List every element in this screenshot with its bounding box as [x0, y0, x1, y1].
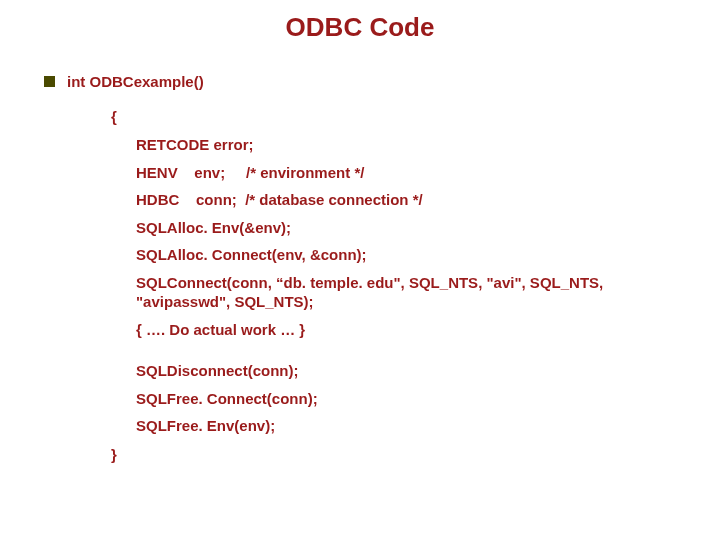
- content-area: int ODBCexample() { RETCODE error; HENV …: [0, 73, 720, 463]
- code-line: SQLDisconnect(conn);: [136, 361, 700, 381]
- code-line: { …. Do actual work … }: [136, 320, 700, 340]
- function-signature: int ODBCexample(): [67, 73, 204, 90]
- code-line: SQLFree. Connect(conn);: [136, 389, 700, 409]
- code-line: SQLConnect(conn, “db. temple. edu", SQL_…: [136, 273, 700, 312]
- code-line: RETCODE error;: [136, 135, 700, 155]
- code-line: SQLFree. Env(env);: [136, 416, 700, 436]
- code-line: SQLAlloc. Connect(env, &conn);: [136, 245, 700, 265]
- code-line: SQLAlloc. Env(&env);: [136, 218, 700, 238]
- code-line: HDBC conn; /* database connection */: [136, 190, 700, 210]
- function-signature-row: int ODBCexample(): [44, 73, 700, 90]
- code-line: HENV env; /* environment */: [136, 163, 700, 183]
- page-title: ODBC Code: [0, 12, 720, 43]
- bullet-icon: [44, 76, 55, 87]
- spacer: [44, 347, 700, 361]
- open-brace: {: [111, 108, 700, 125]
- close-brace: }: [111, 446, 700, 463]
